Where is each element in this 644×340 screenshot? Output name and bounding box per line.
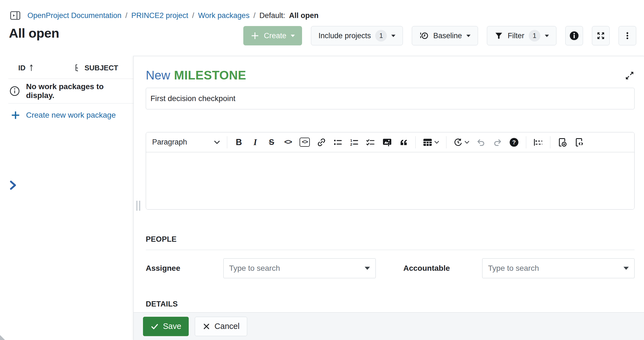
breadcrumb-link-work-packages[interactable]: Work packages <box>198 11 250 20</box>
work-package-type[interactable]: MILESTONE <box>174 68 246 82</box>
sidebar-collapse-button[interactable] <box>9 9 21 22</box>
insert-image-button[interactable] <box>382 136 392 149</box>
more-options-button[interactable] <box>619 26 636 45</box>
breadcrumb-separator: / <box>125 11 127 20</box>
table-divider <box>8 103 133 104</box>
svg-text:2: 2 <box>350 142 352 146</box>
cancel-button[interactable]: Cancel <box>195 317 247 336</box>
open-sidebar-handle[interactable] <box>7 179 18 192</box>
check-icon <box>150 322 159 331</box>
plus-icon <box>251 31 259 40</box>
save-button[interactable]: Save <box>143 317 189 336</box>
baseline-label: Baseline <box>433 32 462 40</box>
todo-list-button[interactable] <box>366 136 375 149</box>
assignee-label: Assignee <box>146 264 223 273</box>
redo-button[interactable] <box>493 136 502 149</box>
empty-state-message: No work packages to display. <box>26 82 133 100</box>
openproject-work-packages-page: OpenProject Documentation / PRINCE2 proj… <box>0 0 644 340</box>
empty-state-row: No work packages to display. <box>8 79 133 103</box>
section-heading-details: DETAILS <box>146 300 635 308</box>
hierarchy-icon <box>74 64 81 72</box>
chevron-down-icon <box>291 35 295 37</box>
page-title: All open <box>9 25 59 41</box>
toolbar-divider <box>526 136 526 148</box>
breadcrumb-separator: / <box>192 11 194 20</box>
svg-text:?: ? <box>512 139 516 145</box>
assignee-select[interactable]: Type to search <box>223 258 376 278</box>
breadcrumb-link-project[interactable]: PRINCE2 project <box>131 11 188 20</box>
bold-button[interactable]: B <box>234 136 244 149</box>
toolbar-divider <box>415 136 416 148</box>
column-header-subject[interactable]: SUBJECT <box>74 64 118 72</box>
insert-table-button[interactable] <box>423 136 439 149</box>
svg-text:1: 1 <box>350 138 352 142</box>
help-button[interactable]: ? <box>509 136 519 149</box>
people-fields-row: Assignee Type to search Accountable Type… <box>146 258 635 278</box>
breadcrumb: OpenProject Documentation / PRINCE2 proj… <box>9 9 318 22</box>
breadcrumb-link-documentation[interactable]: OpenProject Documentation <box>27 11 121 20</box>
filter-label: Filter <box>508 32 524 40</box>
save-button-label: Save <box>163 322 181 331</box>
info-icon <box>569 31 579 41</box>
subject-input[interactable] <box>146 88 635 109</box>
undo-button[interactable] <box>476 136 486 149</box>
form-footer: Save Cancel <box>134 312 644 340</box>
accountable-select[interactable]: Type to search <box>482 258 635 278</box>
expand-panel-button[interactable] <box>624 70 635 81</box>
strikethrough-button[interactable]: S <box>267 136 276 149</box>
filter-funnel-icon <box>494 31 503 40</box>
select-caret-icon <box>365 267 370 270</box>
description-editor-content[interactable] <box>146 152 634 209</box>
preview-button[interactable] <box>557 136 567 149</box>
kebab-menu-icon <box>623 31 632 40</box>
include-projects-button[interactable]: Include projects 1 <box>311 26 403 45</box>
top-toolbar: Create Include projects 1 Baseline <box>243 26 636 45</box>
filter-badge: 1 <box>529 30 540 42</box>
include-projects-label: Include projects <box>318 32 371 40</box>
fullscreen-button[interactable] <box>592 26 610 45</box>
work-package-table: ID SUBJECT <box>8 57 133 120</box>
inline-code-button[interactable]: <> <box>283 136 293 149</box>
column-header-id[interactable]: ID <box>8 64 34 72</box>
subject-column-label: SUBJECT <box>85 64 118 72</box>
bulleted-list-button[interactable] <box>333 136 343 149</box>
editor-toolbar: Paragraph B I S <> <> <box>146 132 634 152</box>
paragraph-format-dropdown[interactable]: Paragraph <box>152 138 220 146</box>
create-button-label: Create <box>264 32 286 40</box>
resize-corner <box>0 335 5 340</box>
sidebar-toggle-icon <box>9 10 21 21</box>
accountable-placeholder: Type to search <box>488 264 539 273</box>
plus-icon <box>11 110 21 120</box>
close-icon <box>203 323 210 330</box>
heading-prefix: New <box>146 68 170 82</box>
markdown-source-button[interactable] <box>574 136 584 149</box>
assignee-placeholder: Type to search <box>229 264 280 273</box>
description-editor: Paragraph B I S <> <> <box>146 132 635 210</box>
baseline-button[interactable]: Baseline <box>412 26 478 45</box>
new-milestone-heading: New MILESTONE <box>146 68 635 82</box>
expand-diagonal-icon <box>625 71 635 81</box>
code-block-button[interactable]: <> <box>300 138 310 147</box>
italic-button[interactable]: I <box>251 136 260 149</box>
create-link-label: Create new work package <box>26 111 116 120</box>
revision-history-button[interactable] <box>453 136 469 149</box>
toolbar-divider <box>227 136 227 148</box>
breadcrumb-separator: / <box>253 11 255 20</box>
insert-link-button[interactable] <box>317 136 326 149</box>
info-button[interactable] <box>565 26 583 45</box>
block-quote-button[interactable] <box>399 136 408 149</box>
create-new-work-package-link[interactable]: Create new work package <box>8 110 133 120</box>
filter-button[interactable]: Filter 1 <box>487 26 556 45</box>
paragraph-format-label: Paragraph <box>152 138 187 146</box>
table-header-row: ID SUBJECT <box>8 57 133 79</box>
chevron-right-icon <box>7 179 18 192</box>
toolbar-divider <box>446 136 446 148</box>
section-divider <box>146 250 635 250</box>
macros-button[interactable] <box>533 136 543 149</box>
create-button[interactable]: Create <box>243 26 302 45</box>
panel-body: New MILESTONE Paragraph <box>134 56 644 312</box>
numbered-list-button[interactable]: 1 2 <box>349 136 359 149</box>
new-work-package-panel: New MILESTONE Paragraph <box>133 56 644 340</box>
select-caret-icon <box>623 267 629 270</box>
section-heading-people: PEOPLE <box>146 235 635 244</box>
